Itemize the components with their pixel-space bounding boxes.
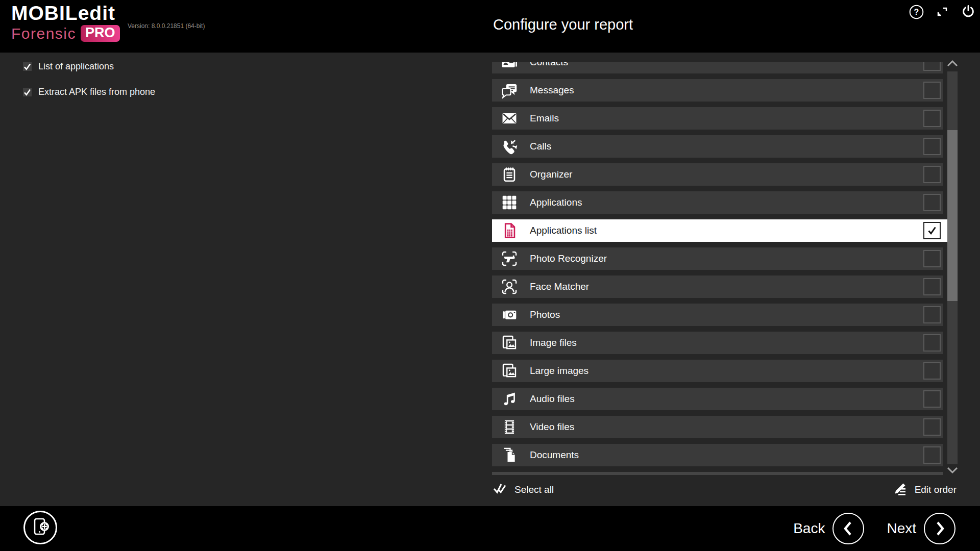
checkbox[interactable] <box>23 88 32 96</box>
row-checkbox[interactable] <box>923 62 941 71</box>
table-row-image-files[interactable]: Image files <box>492 332 943 354</box>
row-checkbox[interactable] <box>923 278 941 295</box>
chevron-up-icon[interactable] <box>945 58 960 68</box>
row-label: Applications list <box>530 225 597 236</box>
top-bar: MOBILedit Forensic PRO Version: 8.0.0.21… <box>0 0 980 53</box>
table-row-documents[interactable]: Documents <box>492 444 943 466</box>
row-checkbox[interactable] <box>923 110 941 127</box>
chevron-down-icon[interactable] <box>945 465 960 475</box>
row-checkbox[interactable] <box>923 82 941 99</box>
row-label: Contacts <box>530 62 568 68</box>
row-label: Messages <box>530 85 574 96</box>
image-files-icon <box>500 334 519 352</box>
mobiledit-configure-report-screen: MOBILedit Forensic PRO Version: 8.0.0.21… <box>0 0 980 551</box>
table-row-video-files[interactable]: Video files <box>492 416 943 438</box>
select-all-label: Select all <box>514 484 554 495</box>
row-label: Photos <box>530 309 560 320</box>
messages-icon <box>500 81 519 99</box>
table-row-partial[interactable] <box>492 472 943 475</box>
edit-order-button[interactable]: Edit order <box>892 481 957 498</box>
video-files-icon <box>500 418 519 436</box>
app-logo: MOBILedit Forensic PRO <box>11 3 120 42</box>
svg-text:?: ? <box>914 8 919 16</box>
contacts-icon <box>500 62 519 71</box>
power-icon[interactable] <box>961 4 976 19</box>
photos-icon <box>500 306 519 324</box>
applications-list-icon <box>500 221 519 240</box>
table-row-photo-recognizer[interactable]: Photo Recognizer <box>492 247 943 270</box>
table-row-contacts[interactable]: Contacts <box>492 62 943 73</box>
resize-icon[interactable] <box>935 4 950 19</box>
table-row-emails[interactable]: Emails <box>492 107 943 130</box>
table-row-applications-list[interactable]: Applications list <box>492 219 947 242</box>
version-text: Version: 8.0.0.21851 (64-bit) <box>128 22 205 30</box>
edit-order-label: Edit order <box>915 484 957 495</box>
next-label[interactable]: Next <box>887 520 916 537</box>
table-row-calls[interactable]: Calls <box>492 135 943 158</box>
back-button[interactable] <box>832 513 864 544</box>
row-checkbox[interactable] <box>923 222 941 239</box>
row-checkbox[interactable] <box>923 334 941 352</box>
chevron-right-icon <box>932 520 947 537</box>
scrollbar-thumb[interactable] <box>947 130 958 301</box>
row-label: Calls <box>530 141 551 152</box>
photo-recognizer-icon <box>500 249 519 268</box>
row-label: Emails <box>530 113 559 124</box>
row-checkbox[interactable] <box>923 418 941 436</box>
calls-icon <box>500 137 519 156</box>
row-label: Organizer <box>530 169 572 180</box>
image-files-icon <box>500 362 519 380</box>
report-items-list: Contacts Messages Emails Calls <box>492 62 947 475</box>
row-label: Video files <box>530 421 574 433</box>
row-label: Large images <box>530 365 589 377</box>
row-checkbox[interactable] <box>923 166 941 183</box>
row-checkbox[interactable] <box>923 250 941 267</box>
applications-icon <box>500 193 519 212</box>
left-option-label: List of applications <box>38 61 114 72</box>
add-device-icon <box>29 515 52 540</box>
logo-pro-badge: PRO <box>81 25 120 42</box>
row-checkbox[interactable] <box>923 390 941 408</box>
table-row-messages[interactable]: Messages <box>492 79 943 102</box>
row-checkbox[interactable] <box>923 362 941 380</box>
row-checkbox[interactable] <box>923 306 941 323</box>
emails-icon <box>500 109 519 128</box>
row-checkbox[interactable] <box>923 446 941 464</box>
select-all-button[interactable]: Select all <box>492 481 554 498</box>
left-option-extract-apk-files-from-phone[interactable]: Extract APK files from phone <box>23 87 155 97</box>
organizer-icon <box>500 165 519 184</box>
bottom-bar: Back Next <box>0 506 980 551</box>
scrollbar-track[interactable] <box>947 71 958 464</box>
select-all-icon <box>492 481 507 498</box>
list-footer: Select all Edit order <box>492 481 957 499</box>
left-option-list-of-applications[interactable]: List of applications <box>23 61 114 72</box>
row-label: Applications <box>530 197 582 208</box>
row-label: Documents <box>530 449 579 461</box>
table-row-photos[interactable]: Photos <box>492 304 943 326</box>
audio-files-icon <box>500 390 519 408</box>
row-checkbox[interactable] <box>923 138 941 155</box>
back-label[interactable]: Back <box>793 520 825 537</box>
table-row-audio-files[interactable]: Audio files <box>492 388 943 410</box>
table-row-large-images[interactable]: Large images <box>492 360 943 382</box>
documents-icon <box>500 446 519 464</box>
left-option-label: Extract APK files from phone <box>38 87 155 97</box>
help-icon[interactable]: ? <box>909 4 924 19</box>
page-title: Configure your report <box>493 16 633 33</box>
add-device-button[interactable] <box>23 511 57 544</box>
face-matcher-icon <box>500 278 519 296</box>
table-row-organizer[interactable]: Organizer <box>492 163 943 186</box>
row-checkbox[interactable] <box>923 194 941 211</box>
edit-order-icon <box>892 481 908 498</box>
table-row-applications[interactable]: Applications <box>492 191 943 214</box>
wizard-navigation: Back Next <box>793 506 955 551</box>
checkbox[interactable] <box>23 62 32 71</box>
logo-forensic: Forensic <box>11 26 76 41</box>
row-label: Photo Recognizer <box>530 253 607 264</box>
table-row-face-matcher[interactable]: Face Matcher <box>492 276 943 298</box>
next-button[interactable] <box>924 513 955 544</box>
row-label: Face Matcher <box>530 281 589 292</box>
row-label: Audio files <box>530 393 575 405</box>
logo-mobiledit: MOBILedit <box>11 3 120 23</box>
row-label: Image files <box>530 337 577 348</box>
